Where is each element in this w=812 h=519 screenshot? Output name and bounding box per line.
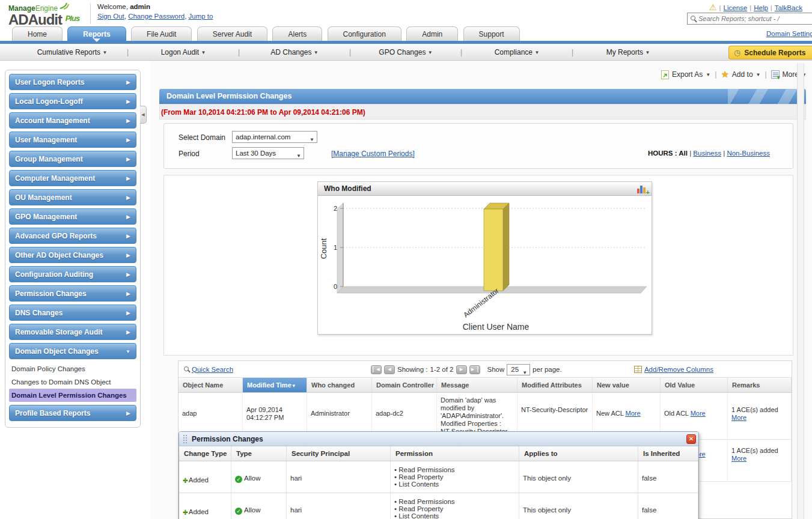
license-link[interactable]: License — [724, 4, 748, 11]
pagination: ◀ ◀ Showing : 1-2 of 2 ▶ ▶ Show 25 per p… — [371, 361, 562, 378]
y-tick-0: 0 — [334, 283, 337, 290]
logo-product: ADAudit Plus — [8, 13, 79, 26]
old-acl-more-link[interactable]: More — [691, 410, 706, 417]
sidebar-item-domain-object-changes[interactable]: Domain Object Changes▼ — [9, 343, 136, 359]
permission-row: +Added ✓Allow hari Read Permissions Read… — [179, 461, 698, 493]
remarks-more-link[interactable]: More — [731, 414, 746, 421]
warning-icon[interactable]: ⚠ — [709, 2, 717, 12]
sidebar-item-user-logon-reports[interactable]: User Logon Reports▶ — [9, 74, 136, 90]
sidebar-item-group-management[interactable]: Group Management▶ — [9, 151, 136, 167]
showing-range: 1-2 of 2 — [430, 366, 454, 373]
sidebar-item-user-management[interactable]: User Management▶ — [9, 132, 136, 148]
sign-out-link[interactable]: Sign Out — [97, 13, 124, 20]
chevron-down-icon: ▼ — [756, 72, 761, 77]
add-to-button[interactable]: ★Add to▼ — [721, 69, 760, 80]
col-message[interactable]: Message — [437, 378, 517, 392]
page-size-select[interactable]: 25 — [507, 364, 530, 375]
cell-type: ✓Allow — [231, 493, 287, 519]
col-domain-controller[interactable]: Domain Controller — [372, 378, 437, 392]
sidebar-item-local-logon-logoff[interactable]: Local Logon-Logoff▶ — [9, 93, 136, 109]
top-header: ManageEngine ADAudit Plus Welcome, admin… — [0, 0, 812, 26]
tab-configuration[interactable]: Configuration — [328, 26, 401, 41]
col-remarks[interactable]: Remarks — [728, 378, 792, 392]
manage-custom-periods-link[interactable]: [Manage Custom Periods] — [331, 150, 415, 158]
col-object-name[interactable]: Object Name — [179, 378, 243, 392]
jump-to-link[interactable]: Jump to — [189, 13, 213, 20]
chevron-down-icon: ▼ — [126, 344, 130, 360]
popup-title-bar[interactable]: Permission Changes ✕ — [179, 432, 698, 446]
period-select[interactable]: Last 30 Days — [232, 147, 304, 159]
sidebar-item-ou-management[interactable]: OU Management▶ — [9, 189, 136, 205]
col-old-value[interactable]: Old Value — [661, 378, 728, 392]
app-logo: ManageEngine ADAudit Plus — [8, 2, 79, 26]
chevron-down-icon: ▼ — [102, 50, 107, 55]
new-acl-more-link[interactable]: More — [626, 410, 641, 417]
subnav-compliance[interactable]: Compliance ▼ — [469, 48, 565, 56]
hours-business-link[interactable]: Business — [693, 150, 721, 157]
quick-search-button[interactable]: Quick Search — [183, 366, 233, 373]
sidebar-item-computer-management[interactable]: Computer Management▶ — [9, 170, 136, 186]
chart-type-icon[interactable]: + — [637, 184, 648, 193]
next-page-button[interactable]: ▶ — [456, 365, 467, 374]
cell-is-inherited: false — [638, 461, 698, 493]
subnav-my-reports[interactable]: My Reports ▼ — [580, 48, 676, 56]
sidebar-item-advanced-gpo-reports[interactable]: Advanced GPO Reports▶ — [9, 228, 136, 244]
col-modified-attributes[interactable]: Modified Attributes — [517, 378, 593, 392]
sidebar-item-gpo-management[interactable]: GPO Management▶ — [9, 208, 136, 225]
allow-check-icon: ✓ — [235, 476, 242, 483]
subnav-cumulative-reports[interactable]: Cumulative Reports ▼ — [24, 48, 120, 56]
talkback-link[interactable]: TalkBack — [775, 4, 802, 11]
subnav-gpo-changes[interactable]: GPO Changes ▼ — [358, 48, 454, 56]
col-modified-time[interactable]: Modified Time▼ — [243, 378, 307, 392]
col-permission: Permission — [391, 446, 519, 461]
tab-home[interactable]: Home — [12, 26, 63, 41]
tab-support[interactable]: Support — [463, 26, 520, 41]
sidebar-item-removable-storage-audit[interactable]: Removable Storage Audit▶ — [9, 324, 136, 340]
hours-non-business-link[interactable]: Non-Business — [727, 150, 770, 157]
drag-grip-icon[interactable] — [183, 434, 188, 443]
previous-page-button[interactable]: ◀ — [384, 365, 395, 374]
sidebar-item-account-management[interactable]: Account Management▶ — [9, 112, 136, 129]
domain-settings-link[interactable]: Domain Settings — [766, 30, 812, 37]
sort-desc-icon: ▼ — [292, 383, 296, 389]
sidebar-subitem-changes-to-domain-dns-object[interactable]: Changes to Domain DNS Object — [9, 375, 136, 389]
showing-label: Showing : — [397, 366, 428, 373]
tab-reports[interactable]: Reports — [67, 26, 126, 41]
domain-select[interactable]: adap.internal.com — [232, 131, 317, 143]
close-icon[interactable]: ✕ — [686, 434, 696, 444]
sidebar-subitem-domain-policy-changes[interactable]: Domain Policy Changes — [9, 362, 136, 375]
sidebar-collapse-handle[interactable]: ◀ — [140, 106, 147, 124]
col-new-value[interactable]: New value — [593, 378, 661, 392]
search-input[interactable] — [698, 15, 807, 22]
scrollbar-track[interactable] — [797, 63, 804, 519]
search-box[interactable] — [687, 13, 812, 25]
tab-file-audit[interactable]: File Audit — [131, 26, 192, 41]
tab-server-audit[interactable]: Server Audit — [197, 26, 267, 41]
add-remove-columns-button[interactable]: Add/Remove Columns — [634, 366, 713, 373]
x-axis-label: Client User Name — [463, 322, 530, 332]
change-password-link[interactable]: Change Password — [128, 13, 185, 20]
bar-administrator[interactable] — [484, 209, 503, 291]
sidebar-item-profile-based-reports[interactable]: Profile Based Reports▶ — [9, 405, 136, 421]
export-as-button[interactable]: Export As▼ — [661, 70, 710, 79]
schedule-reports-button[interactable]: ◷Schedule Reports — [728, 46, 812, 59]
more-actions-icon — [771, 70, 780, 79]
chevron-right-icon: ▶ — [126, 171, 130, 187]
cell-remarks: 1 ACE(s) addedMore — [728, 440, 792, 481]
chart-title: Who Modified — [324, 184, 371, 193]
col-who-changed[interactable]: Who changed — [307, 378, 372, 392]
sidebar-item-permission-changes[interactable]: Permission Changes▶ — [9, 285, 136, 302]
hours-all-label: HOURS : All — [648, 150, 688, 157]
tab-alerts[interactable]: Alerts — [272, 26, 322, 41]
sidebar-subitem-domain-level-permission-changes[interactable]: Domain Level Permission Changes — [9, 389, 136, 402]
sidebar-item-dns-changes[interactable]: DNS Changes▶ — [9, 305, 136, 321]
remarks-more-link[interactable]: More — [731, 455, 746, 462]
subnav-logon-audit[interactable]: Logon Audit ▼ — [135, 48, 231, 56]
last-page-button[interactable]: ▶ — [469, 365, 480, 374]
subnav-ad-changes[interactable]: AD Changes ▼ — [246, 48, 343, 56]
tab-admin[interactable]: Admin — [406, 26, 458, 41]
help-link[interactable]: Help — [754, 4, 768, 11]
sidebar-item-other-ad-object-changes[interactable]: Other AD Object Changes▶ — [9, 247, 136, 263]
sidebar-item-configuration-auditing[interactable]: Configuration Auditing▶ — [9, 266, 136, 282]
first-page-button[interactable]: ◀ — [371, 365, 382, 374]
